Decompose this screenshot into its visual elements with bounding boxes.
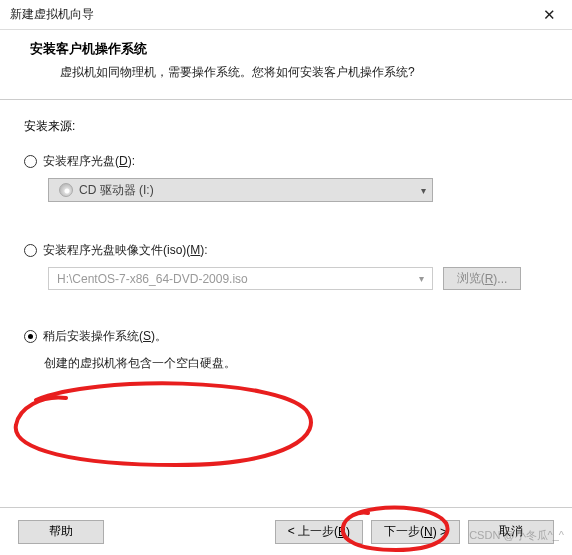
- window-title: 新建虚拟机向导: [10, 6, 94, 23]
- close-button[interactable]: ✕: [526, 0, 572, 30]
- cancel-button[interactable]: 取消: [468, 520, 554, 544]
- next-button[interactable]: 下一步(N) >: [371, 520, 460, 544]
- help-button[interactable]: 帮助: [18, 520, 104, 544]
- option-iso[interactable]: 安装程序光盘映像文件(iso)(M):: [24, 242, 548, 259]
- back-button[interactable]: < 上一步(B): [275, 520, 363, 544]
- chevron-down-icon: ▾: [421, 185, 426, 196]
- iso-path-value: H:\CentOS-7-x86_64-DVD-2009.iso: [57, 272, 248, 286]
- chevron-down-icon: ▾: [419, 273, 424, 284]
- iso-path-input[interactable]: H:\CentOS-7-x86_64-DVD-2009.iso ▾: [48, 267, 433, 290]
- drive-combo[interactable]: CD 驱动器 (I:) ▾: [48, 178, 433, 202]
- option-disc-block: 安装程序光盘(D): CD 驱动器 (I:) ▾: [24, 153, 548, 202]
- footer-bar: 帮助 < 上一步(B) 下一步(N) > 取消: [0, 507, 572, 555]
- option-iso-block: 安装程序光盘映像文件(iso)(M): H:\CentOS-7-x86_64-D…: [24, 242, 548, 290]
- radio-icon: [24, 155, 37, 168]
- install-source-label: 安装来源:: [24, 118, 548, 135]
- disc-icon: [59, 183, 73, 197]
- radio-icon: [24, 244, 37, 257]
- option-disc-label: 安装程序光盘(D):: [43, 153, 135, 170]
- header-heading: 安装客户机操作系统: [30, 40, 552, 58]
- close-icon: ✕: [543, 6, 556, 24]
- radio-icon-selected: [24, 330, 37, 343]
- content-area: 安装来源: 安装程序光盘(D): CD 驱动器 (I:) ▾ 安装程序光盘映像文…: [0, 100, 572, 382]
- option-iso-label: 安装程序光盘映像文件(iso)(M):: [43, 242, 208, 259]
- wizard-header: 安装客户机操作系统 虚拟机如同物理机，需要操作系统。您将如何安装客户机操作系统?: [0, 30, 572, 100]
- header-subhead: 虚拟机如同物理机，需要操作系统。您将如何安装客户机操作系统?: [30, 64, 552, 81]
- titlebar: 新建虚拟机向导 ✕: [0, 0, 572, 30]
- option-later-label: 稍后安装操作系统(S)。: [43, 328, 167, 345]
- annotation-circle-option: [6, 380, 326, 470]
- option-later[interactable]: 稍后安装操作系统(S)。: [24, 328, 548, 345]
- option-later-block: 稍后安装操作系统(S)。 创建的虚拟机将包含一个空白硬盘。: [24, 328, 548, 372]
- option-later-desc: 创建的虚拟机将包含一个空白硬盘。: [44, 355, 548, 372]
- iso-path-row: H:\CentOS-7-x86_64-DVD-2009.iso ▾ 浏览(R).…: [48, 267, 548, 290]
- option-disc[interactable]: 安装程序光盘(D):: [24, 153, 548, 170]
- browse-button: 浏览(R)...: [443, 267, 521, 290]
- drive-combo-text: CD 驱动器 (I:): [79, 182, 421, 199]
